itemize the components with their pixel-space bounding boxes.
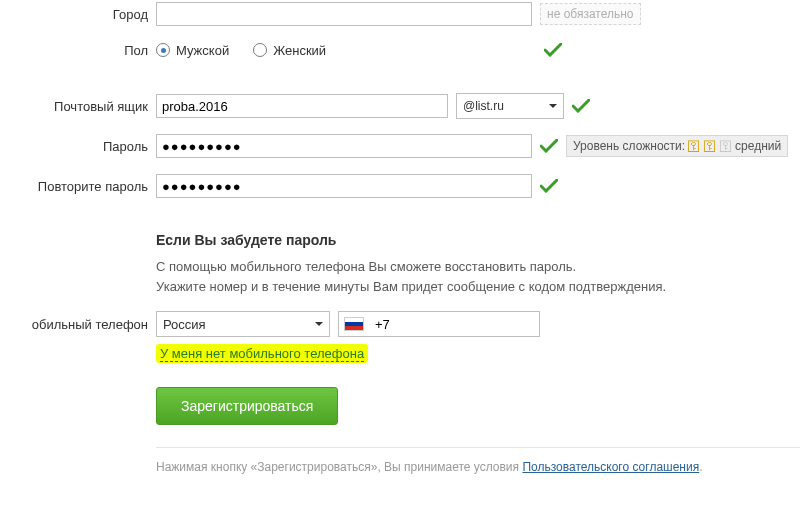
radio-icon — [156, 43, 170, 57]
register-button[interactable]: Зарегистрироваться — [156, 387, 338, 425]
tos-pre: Нажимая кнопку «Зарегистрироваться», Вы … — [156, 460, 522, 474]
domain-select[interactable]: @list.ru — [456, 93, 564, 119]
domain-select-value: @list.ru — [463, 99, 504, 113]
gender-female-text: Женский — [273, 43, 326, 58]
recovery-title: Если Вы забудете пароль — [156, 232, 800, 248]
city-input[interactable] — [156, 2, 532, 26]
gender-female-radio[interactable]: Женский — [253, 43, 326, 58]
country-select[interactable]: Россия — [156, 311, 330, 337]
phone-input-wrap[interactable] — [338, 311, 540, 337]
check-icon — [544, 40, 562, 60]
tos-post: . — [699, 460, 702, 474]
tos-line: Нажимая кнопку «Зарегистрироваться», Вы … — [156, 447, 800, 474]
recovery-text-1: С помощью мобильного телефона Вы сможете… — [156, 258, 800, 276]
radio-icon — [253, 43, 267, 57]
password-strength-badge: Уровень сложности: ⚿ ⚿ ⚿ средний — [566, 135, 788, 157]
password-repeat-label: Повторите пароль — [0, 179, 156, 194]
password-label: Пароль — [0, 139, 156, 154]
key-icon: ⚿ — [703, 138, 717, 154]
gender-male-text: Мужской — [176, 43, 229, 58]
strength-label: Уровень сложности: — [573, 139, 685, 153]
check-icon — [572, 96, 590, 116]
optional-hint: не обязательно — [540, 3, 641, 25]
phone-input[interactable] — [370, 314, 534, 334]
strength-level: средний — [735, 139, 781, 153]
city-label: Город — [0, 7, 156, 22]
check-icon — [540, 136, 558, 156]
password-repeat-input[interactable] — [156, 174, 532, 198]
mobile-label: обильный телефон — [0, 317, 156, 332]
gender-label: Пол — [0, 43, 156, 58]
password-input[interactable] — [156, 134, 532, 158]
key-icon: ⚿ — [687, 138, 701, 154]
key-icon: ⚿ — [719, 138, 733, 154]
tos-link[interactable]: Пользовательского соглашения — [522, 460, 699, 474]
no-phone-link[interactable]: У меня нет мобильного телефона — [160, 346, 364, 362]
mailbox-input[interactable] — [156, 94, 448, 118]
check-icon — [540, 176, 558, 196]
no-phone-highlight: У меня нет мобильного телефона — [156, 344, 368, 363]
mailbox-label: Почтовый ящик — [0, 99, 156, 114]
flag-ru-icon — [344, 317, 364, 331]
country-select-value: Россия — [163, 317, 206, 332]
gender-male-radio[interactable]: Мужской — [156, 43, 229, 58]
recovery-text-2: Укажите номер и в течение минуты Вам при… — [156, 278, 800, 296]
